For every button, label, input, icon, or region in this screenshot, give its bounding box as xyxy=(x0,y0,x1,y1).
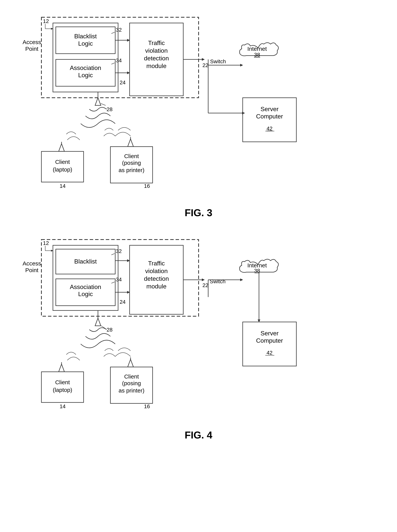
svg-text:(posing: (posing xyxy=(122,380,141,386)
svg-text:Server: Server xyxy=(260,330,279,337)
svg-text:24: 24 xyxy=(120,299,125,305)
svg-text:Logic: Logic xyxy=(78,40,93,47)
svg-text:Client: Client xyxy=(124,153,139,159)
svg-text:42: 42 xyxy=(267,126,273,131)
svg-text:32: 32 xyxy=(116,248,122,254)
svg-text:violation: violation xyxy=(145,47,167,54)
fig4-label: FIG. 4 xyxy=(185,429,212,441)
svg-text:Logic: Logic xyxy=(78,291,93,297)
svg-text:22: 22 xyxy=(202,62,208,68)
svg-text:Internet: Internet xyxy=(247,46,267,52)
svg-text:Client: Client xyxy=(55,159,70,165)
svg-text:16: 16 xyxy=(144,404,150,409)
svg-rect-40 xyxy=(243,98,296,142)
svg-marker-29 xyxy=(202,58,205,61)
svg-marker-93 xyxy=(202,278,205,281)
svg-text:Client: Client xyxy=(124,373,139,380)
svg-rect-104 xyxy=(243,322,296,366)
svg-text:16: 16 xyxy=(144,183,150,189)
svg-text:module: module xyxy=(146,62,166,69)
svg-text:28: 28 xyxy=(107,327,112,333)
svg-text:34: 34 xyxy=(116,57,122,63)
svg-text:38: 38 xyxy=(254,52,260,58)
figure-3-container: Access Point 12 Blacklist Logic 32 xyxy=(15,12,382,219)
svg-marker-34 xyxy=(240,64,243,67)
svg-text:(posing: (posing xyxy=(122,160,141,166)
figure-4-container: Access Point 12 Blacklist 32 Association xyxy=(15,234,382,441)
fig3-diagram: Access Point 12 Blacklist Logic 32 xyxy=(26,12,371,199)
svg-text:Computer: Computer xyxy=(256,113,283,120)
svg-text:24: 24 xyxy=(120,79,125,86)
fig3-label: FIG. 3 xyxy=(185,207,212,219)
svg-text:(laptop): (laptop) xyxy=(53,387,72,393)
svg-text:Server: Server xyxy=(260,106,279,112)
svg-marker-110 xyxy=(95,318,101,326)
svg-text:Blacklist: Blacklist xyxy=(74,258,97,265)
svg-text:Traffic: Traffic xyxy=(148,260,165,267)
svg-text:Computer: Computer xyxy=(256,337,283,344)
svg-text:detection: detection xyxy=(144,55,169,62)
svg-text:14: 14 xyxy=(60,404,66,409)
svg-marker-51 xyxy=(59,144,64,151)
svg-text:Logic: Logic xyxy=(78,72,93,79)
svg-marker-121 xyxy=(128,359,133,367)
svg-line-50 xyxy=(101,104,106,105)
svg-marker-98 xyxy=(240,278,243,281)
svg-text:module: module xyxy=(146,283,166,290)
fig4-diagram: Access Point 12 Blacklist 32 Association xyxy=(26,234,371,422)
svg-text:22: 22 xyxy=(202,282,208,288)
svg-text:Blacklist: Blacklist xyxy=(74,33,97,40)
svg-text:Point: Point xyxy=(25,46,38,52)
page: Access Point 12 Blacklist Logic 32 xyxy=(0,0,397,468)
svg-text:Switch: Switch xyxy=(210,278,225,284)
svg-text:Client: Client xyxy=(55,379,70,385)
svg-text:12: 12 xyxy=(43,240,49,246)
svg-text:violation: violation xyxy=(145,268,167,275)
svg-text:Point: Point xyxy=(25,267,38,273)
svg-text:14: 14 xyxy=(60,183,66,189)
svg-text:Access: Access xyxy=(22,39,41,45)
svg-text:12: 12 xyxy=(43,18,49,24)
svg-marker-115 xyxy=(59,364,64,372)
svg-text:(laptop): (laptop) xyxy=(53,166,72,173)
svg-text:42: 42 xyxy=(267,350,273,356)
svg-text:as printer): as printer) xyxy=(118,167,144,173)
svg-text:Association: Association xyxy=(70,283,101,290)
svg-marker-57 xyxy=(128,139,133,147)
svg-text:Traffic: Traffic xyxy=(148,39,165,46)
svg-text:32: 32 xyxy=(116,27,122,33)
svg-text:as printer): as printer) xyxy=(118,387,144,394)
svg-text:Switch: Switch xyxy=(210,58,226,64)
svg-text:Association: Association xyxy=(70,64,101,71)
svg-text:34: 34 xyxy=(116,276,122,282)
svg-text:detection: detection xyxy=(144,275,169,282)
svg-text:Access: Access xyxy=(22,260,41,267)
svg-marker-46 xyxy=(95,98,101,105)
svg-text:28: 28 xyxy=(107,106,112,112)
